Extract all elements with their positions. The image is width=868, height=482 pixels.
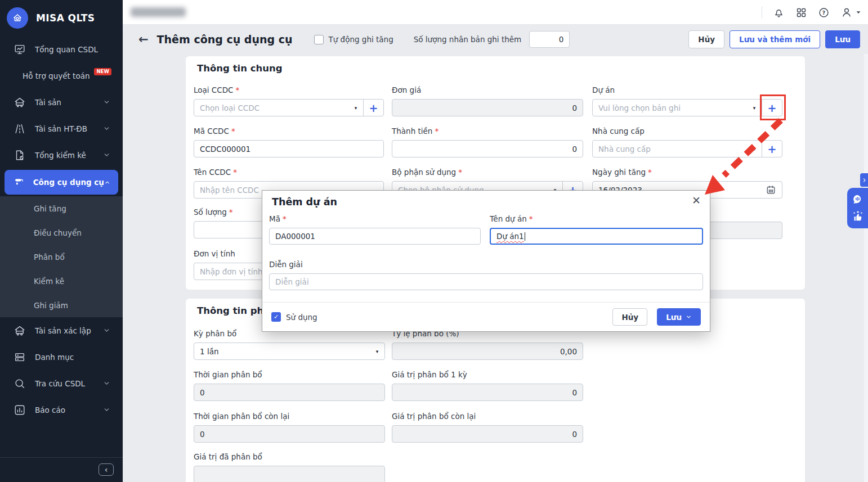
input-placeholder: Diễn giải — [275, 277, 309, 286]
ten-du-an-input[interactable]: Dự án1 — [490, 228, 703, 245]
add-loai-ccdc-button[interactable]: + — [363, 100, 383, 116]
du-an-select[interactable]: Vui lòng chọn bản ghi ▾ + — [592, 99, 782, 116]
dien-giai-input[interactable]: Diễn giải — [269, 273, 703, 290]
sidebar-item-tra-cuu-csdl[interactable]: Tra cứu CSDL — [0, 370, 123, 397]
field-label: Giá trị đã phân bổ — [194, 452, 385, 461]
sidebar-item-label: Báo cáo — [35, 406, 65, 415]
required-mark: * — [458, 168, 462, 177]
support-panel-expand-button[interactable] — [860, 173, 868, 187]
submenu-item-phan-bo[interactable]: Phân bổ — [0, 245, 123, 269]
clone-count-value: 0 — [559, 35, 564, 44]
submenu-item-ghi-giam[interactable]: Ghi giảm — [0, 293, 123, 317]
field-gia-tri-da-phan-bo: Giá trị đã phân bổ — [194, 452, 385, 482]
loai-ccdc-select[interactable]: Chọn loại CCDC ▾ + — [194, 99, 384, 116]
bar-chart-icon — [14, 404, 26, 416]
save-and-new-button[interactable]: Lưu và thêm mới — [730, 30, 820, 48]
select-placeholder: Vui lòng chọn bản ghi — [593, 100, 747, 116]
modal-save-label: Lưu — [666, 313, 682, 322]
sidebar-item-label: Tài sản xác lập — [35, 326, 91, 335]
sidebar-item-cong-cu-dung-cu[interactable]: Công cụ dụng cụ — [5, 170, 118, 195]
field-label: Tên CCDC* — [194, 168, 384, 177]
sidebar-item-tong-kiem-ke[interactable]: Tổng kiểm kê — [0, 142, 123, 168]
auto-increase-label: Tự động ghi tăng — [329, 35, 393, 44]
input-value: Dự án1 — [496, 232, 524, 241]
field-label: Giá trị phân bổ 1 kỳ — [392, 370, 583, 379]
rating-thumbs-up-icon[interactable]: ★★★ — [852, 210, 864, 223]
field-thoi-gian-con-lai: Thời gian phân bổ còn lại 0 — [194, 412, 385, 443]
clone-count-input[interactable]: 0 — [529, 31, 570, 48]
input-value: DA000001 — [275, 232, 315, 241]
field-label: Loại CCDC* — [194, 85, 384, 94]
scrollbar-track[interactable] — [864, 54, 868, 482]
user-menu[interactable] — [840, 6, 861, 19]
ccdc-submenu: Ghi tăng Điều chuyển Phân bổ Kiểm kê Ghi… — [0, 196, 123, 317]
submenu-item-dieu-chuyen[interactable]: Điều chuyển — [0, 220, 123, 245]
su-dung-label: Sử dụng — [286, 313, 317, 322]
chevron-up-icon — [104, 179, 110, 186]
add-nha-cung-cap-button[interactable]: + — [762, 141, 782, 157]
chevron-down-icon — [103, 151, 110, 159]
modal-save-button[interactable]: Lưu — [657, 308, 701, 326]
page-title: Thêm công cụ dụng cụ — [157, 33, 293, 46]
sidebar-collapse-button[interactable]: ‹ — [99, 463, 114, 476]
document-check-icon — [14, 149, 26, 161]
gia-tri-1-ky-input: 0 — [392, 384, 583, 401]
sidebar-item-bao-cao[interactable]: Báo cáo — [0, 397, 123, 423]
chevron-down-icon — [103, 98, 110, 106]
ky-phan-bo-select[interactable]: 1 lần ▾ — [194, 343, 385, 360]
cancel-button[interactable]: Hủy — [688, 30, 724, 48]
field-label: Dự án — [592, 85, 782, 94]
field-label: Bộ phận sử dụng* — [392, 168, 583, 177]
sidebar-item-tai-san-ht-db[interactable]: Tài sản HT-ĐB — [0, 115, 123, 142]
field-thoi-gian-phan-bo: Thời gian phân bổ 0 — [194, 370, 385, 401]
submenu-item-kiem-ke[interactable]: Kiểm kê — [0, 269, 123, 293]
thanh-tien-input[interactable]: 0 — [392, 140, 583, 157]
su-dung-checkbox[interactable]: ✓ — [271, 312, 281, 322]
field-gia-tri-con-lai: Giá trị phân bổ còn lại 0 — [392, 412, 583, 443]
submenu-item-ghi-tang[interactable]: Ghi tăng — [0, 196, 123, 220]
field-nha-cung-cap: Nhà cung cấp Nhà cung cấp ▾ + — [592, 127, 782, 157]
bell-icon[interactable] — [773, 7, 785, 19]
help-icon[interactable]: ? — [818, 7, 830, 19]
sidebar-item-tai-san-xac-lap[interactable]: Tài sản xác lập — [0, 317, 123, 344]
ma-ccdc-input[interactable]: CCDC000001 — [194, 140, 384, 157]
save-button[interactable]: Lưu — [825, 30, 860, 48]
new-badge: NEW — [94, 68, 111, 75]
modal-field-dien-giai: Diễn giải Diễn giải — [269, 260, 703, 290]
back-button[interactable]: ← — [138, 34, 149, 46]
brand-name: MISA QLTS — [36, 12, 95, 24]
field-label: Thành tiền* — [392, 127, 583, 136]
sidebar-item-tong-quan-csdl[interactable]: Tổng quan CSDL — [0, 36, 123, 62]
input-placeholder: Nhập đơn vị tính — [200, 267, 263, 276]
submenu-item-label: Ghi giảm — [34, 301, 68, 310]
close-icon[interactable]: ✕ — [692, 195, 701, 206]
chevron-down-icon — [103, 406, 110, 413]
svg-text:★: ★ — [853, 211, 855, 214]
sidebar-item-tai-san[interactable]: Tài sản — [0, 89, 123, 115]
sidebar-item-label: Công cụ dụng cụ — [33, 178, 104, 187]
asset-house-car-icon — [14, 325, 26, 337]
sidebar-item-ho-tro-quyet-toan[interactable]: Hỗ trợ quyết toán NEW — [0, 62, 123, 89]
field-ma-ccdc: Mã CCDC* CCDC000001 — [194, 127, 384, 157]
sidebar-footer: ‹ — [0, 457, 123, 482]
auto-increase-checkbox[interactable] — [314, 35, 324, 44]
field-du-an: Dự án Vui lòng chọn bản ghi ▾ + — [592, 85, 782, 116]
nha-cung-cap-select[interactable]: Nhà cung cấp ▾ + — [592, 140, 782, 157]
field-label: Thời gian phân bổ — [194, 370, 385, 379]
submenu-item-label: Ghi tăng — [34, 204, 66, 213]
input-value: 0 — [572, 430, 577, 439]
brand: MISA QLTS — [0, 0, 123, 36]
required-mark: * — [233, 168, 237, 177]
calendar-icon[interactable] — [766, 184, 776, 195]
required-mark: * — [231, 127, 235, 136]
chevron-down-icon — [103, 327, 110, 334]
ma-du-an-input[interactable]: DA000001 — [269, 228, 481, 245]
chat-support-icon[interactable] — [852, 193, 863, 205]
apps-grid-icon[interactable] — [795, 7, 807, 19]
svg-text:★: ★ — [856, 210, 859, 214]
chevron-down-icon: ▾ — [348, 100, 363, 116]
list-category-icon — [14, 351, 26, 363]
modal-cancel-button[interactable]: Hủy — [612, 308, 647, 326]
sidebar-item-danh-muc[interactable]: Danh mục — [0, 344, 123, 370]
field-label: Tên dự án* — [490, 214, 703, 223]
